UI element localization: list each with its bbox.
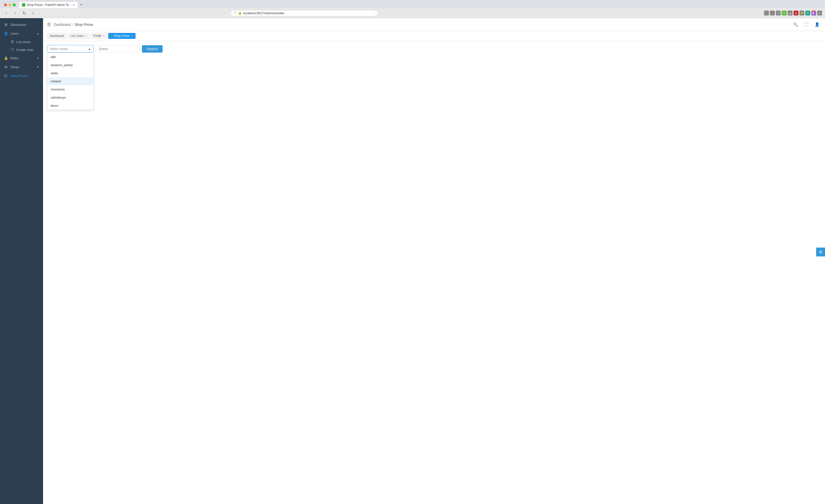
sidebar-item-users[interactable]: 👤 Users ▲ xyxy=(0,29,43,38)
browser-tab[interactable]: Shop Prices - FastAPI Admin Te... × xyxy=(19,1,78,8)
sidebar-item-list-users-label: List Users xyxy=(16,40,30,44)
sidebar-item-shops[interactable]: 🛍 Shops ▼ xyxy=(0,63,43,71)
sidebar-item-create-user[interactable]: ☐ Create User xyxy=(10,46,43,54)
tab-bar: Shop Prices - FastAPI Admin Te... × + xyxy=(0,0,825,8)
tab-list-users-label: List Users xyxy=(71,34,84,37)
dropdown-item-morrisons[interactable]: morrisons xyxy=(47,85,93,93)
dropdown-item-amazon-pantry[interactable]: amazon_pantry xyxy=(47,61,93,69)
select-shops-container: Select shops ▲ aldi amazon_pantry asda i… xyxy=(47,45,94,53)
sidebar-item-list-users[interactable]: ☰ List Users xyxy=(10,38,43,46)
tab-shop-prices-dot xyxy=(111,35,113,37)
reload-button[interactable]: ↻ xyxy=(21,10,27,16)
tab-shop-prices[interactable]: Shop Prices × xyxy=(108,33,136,39)
dropdown-item-aldi[interactable]: aldi xyxy=(47,53,93,61)
breadcrumb: Dashboard / Shop Prices xyxy=(54,23,93,26)
breadcrumb-current: Shop Prices xyxy=(75,23,93,26)
back-button[interactable]: ‹ xyxy=(3,10,10,16)
sidebar-item-shop-prices-label: Shop Prices xyxy=(10,74,39,78)
tab-close-icon[interactable]: × xyxy=(73,3,75,7)
dropdown-item-asda[interactable]: asda xyxy=(47,69,93,77)
tab-profile[interactable]: Profile × xyxy=(90,33,107,39)
page-tabs: Dashboard List Users × Profile × Shop Pr… xyxy=(43,31,825,41)
topbar-fullscreen-icon[interactable]: ⛶ xyxy=(802,21,810,28)
topbar-search-icon[interactable]: 🔍 xyxy=(792,21,800,28)
list-users-icon: ☰ xyxy=(10,40,14,44)
address-text: localhost:9527/#/prices/index xyxy=(243,11,371,15)
tab-profile-label: Profile xyxy=(93,34,101,37)
search-bar: Select shops ▲ aldi amazon_pantry asda i… xyxy=(47,45,821,53)
query-input[interactable] xyxy=(96,45,140,53)
roles-icon: 🔒 xyxy=(4,56,8,60)
create-user-icon: ☐ xyxy=(10,48,14,52)
tab-title: Shop Prices - FastAPI Admin Te... xyxy=(27,3,71,7)
sidebar: ⊞ Dashboard 👤 Users ▲ ☰ List Users ☐ Cre… xyxy=(0,18,43,504)
ext-cloud-icon[interactable]: ☁ xyxy=(788,11,793,15)
browser-chrome: Shop Prices - FastAPI Admin Te... × + ‹ … xyxy=(0,0,825,18)
topbar-right: 🔍 ⛶ 👤 xyxy=(792,21,821,28)
sidebar-item-shop-prices[interactable]: 🛒 Shop Prices xyxy=(0,71,43,80)
ext-key-icon[interactable]: 🔑 xyxy=(800,11,804,15)
lock-icon: 🔒 xyxy=(238,11,242,15)
tab-list-users[interactable]: List Users × xyxy=(68,33,89,39)
sidebar-users-submenu: ☰ List Users ☐ Create User xyxy=(0,38,43,54)
select-shops-trigger[interactable]: Select shops ▲ xyxy=(47,45,94,53)
shops-icon: 🛍 xyxy=(4,65,8,69)
sidebar-item-roles[interactable]: 🔒 Roles ▼ xyxy=(0,54,43,63)
tab-profile-close-icon[interactable]: × xyxy=(103,34,104,37)
sidebar-item-create-user-label: Create User xyxy=(16,48,33,52)
ext-menu-icon[interactable]: ≡ xyxy=(817,11,822,15)
address-more-icon[interactable]: ··· xyxy=(372,11,375,15)
search-button[interactable]: Search xyxy=(142,45,163,53)
minimize-traffic-light[interactable] xyxy=(8,3,11,6)
ext-download-icon[interactable]: ↓ xyxy=(764,11,769,15)
topbar: ☰ Dashboard / Shop Prices 🔍 ⛶ 👤 xyxy=(43,18,825,31)
app-layout: ⊞ Dashboard 👤 Users ▲ ☰ List Users ☐ Cre… xyxy=(0,18,825,504)
topbar-left: ☰ Dashboard / Shop Prices xyxy=(47,22,93,27)
home-button[interactable]: ⌂ xyxy=(29,10,36,16)
tab-shop-prices-close-icon[interactable]: × xyxy=(131,34,133,37)
ext-shield-icon[interactable]: U xyxy=(782,11,786,15)
hamburger-icon[interactable]: ☰ xyxy=(47,22,51,27)
sidebar-nav: ⊞ Dashboard 👤 Users ▲ ☰ List Users ☐ Cre… xyxy=(0,18,43,504)
users-chevron-icon: ▲ xyxy=(36,32,39,35)
topbar-user-icon[interactable]: 👤 xyxy=(813,21,821,28)
users-icon: 👤 xyxy=(4,31,8,35)
sidebar-item-users-label: Users xyxy=(10,32,34,35)
sidebar-item-dashboard[interactable]: ⊞ Dashboard xyxy=(0,20,43,29)
close-traffic-light[interactable] xyxy=(4,3,7,6)
select-shops-placeholder: Select shops xyxy=(50,47,68,51)
tab-dashboard[interactable]: Dashboard xyxy=(47,33,67,39)
sidebar-item-shops-label: Shops xyxy=(10,65,34,69)
shop-prices-icon: 🛒 xyxy=(4,74,8,78)
security-icon: 🛡 xyxy=(234,11,237,15)
sidebar-item-roles-label: Roles xyxy=(10,56,34,60)
dropdown-item-sainsburys[interactable]: sainsburys xyxy=(47,93,93,101)
dashboard-icon: ⊞ xyxy=(4,23,8,26)
tab-list-users-close-icon[interactable]: × xyxy=(85,34,87,37)
breadcrumb-separator: / xyxy=(72,23,73,26)
ext-library-icon[interactable]: 📚 xyxy=(770,11,775,15)
page-content: Select shops ▲ aldi amazon_pantry asda i… xyxy=(43,41,825,504)
browser-extensions: ↓ 📚 ⓘ U ☁ ● 🔑 V ◐ ≡ xyxy=(764,11,822,15)
ext-color-icon[interactable]: ◐ xyxy=(811,11,816,15)
main-content-area: ☰ Dashboard / Shop Prices 🔍 ⛶ 👤 Dashboar… xyxy=(43,18,825,504)
ext-info-icon[interactable]: ⓘ xyxy=(776,11,781,15)
ext-green-icon[interactable]: V xyxy=(805,11,810,15)
tab-shop-prices-label: Shop Prices xyxy=(114,34,130,37)
dropdown-item-iceland[interactable]: iceland xyxy=(47,77,93,85)
address-bar[interactable]: 🛡 🔒 localhost:9527/#/prices/index ··· xyxy=(230,10,378,16)
dropdown-item-tesco[interactable]: tesco xyxy=(47,101,93,110)
new-tab-button[interactable]: + xyxy=(79,2,84,7)
tab-favicon-icon xyxy=(22,3,25,7)
sidebar-item-dashboard-label: Dashboard xyxy=(10,23,39,26)
ext-red-icon[interactable]: ● xyxy=(794,11,799,15)
traffic-lights xyxy=(2,2,18,8)
roles-chevron-icon: ▼ xyxy=(36,57,39,60)
select-chevron-icon: ▲ xyxy=(88,47,91,51)
shops-chevron-icon: ▼ xyxy=(36,66,39,68)
fullscreen-traffic-light[interactable] xyxy=(13,3,16,6)
breadcrumb-dashboard[interactable]: Dashboard xyxy=(54,23,71,26)
shops-dropdown: aldi amazon_pantry asda iceland morrison… xyxy=(47,53,94,110)
settings-fab[interactable]: ⚙ xyxy=(816,248,825,256)
forward-button[interactable]: › xyxy=(12,10,19,16)
